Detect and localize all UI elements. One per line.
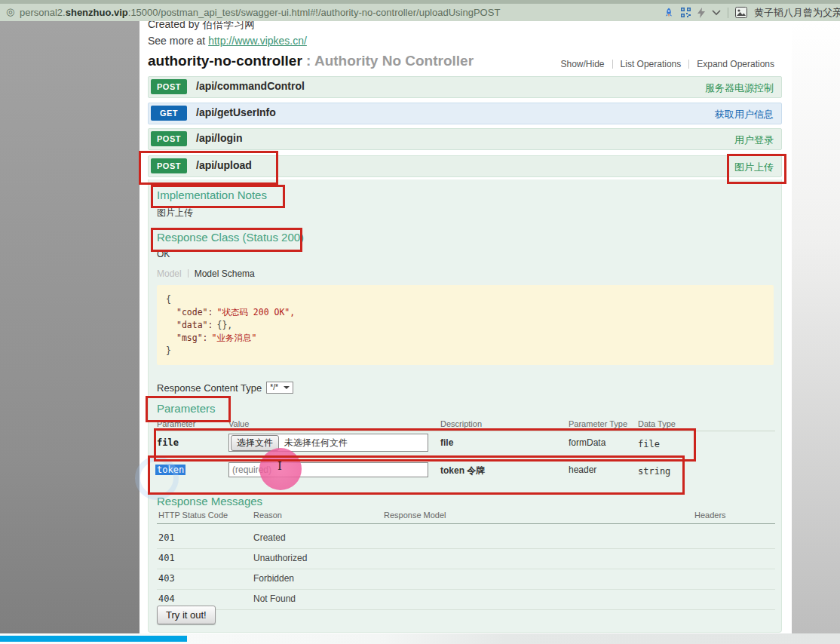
news-headline[interactable]: 黄子韬八月曾为父亲 xyxy=(754,6,840,20)
response-class-heading: Response Class (Status 200) xyxy=(157,231,304,244)
browser-toolbar-right: 黄子韬八月曾为父亲 xyxy=(664,4,840,21)
show-hide-link[interactable]: Show/Hide xyxy=(553,59,612,69)
param-description: token 令牌 xyxy=(440,465,485,477)
param-type: header xyxy=(569,465,596,475)
response-message-row: 403 Forbidden xyxy=(157,569,775,590)
json-value: {}, xyxy=(216,320,232,330)
response-messages-heading: Response Messages xyxy=(157,495,262,508)
response-content-type-label: Response Content Type xyxy=(157,382,262,394)
parameters-heading: Parameters xyxy=(157,402,216,415)
news-thumbnail-icon[interactable] xyxy=(735,7,747,18)
status-code: 403 xyxy=(158,573,175,584)
col-parameter-type: Parameter Type xyxy=(569,419,627,428)
operation-row-upload[interactable]: POST /api/upload 图片上传 xyxy=(148,155,782,177)
operation-path[interactable]: /api/login xyxy=(196,132,242,144)
operation-path[interactable]: /api/commandControl xyxy=(196,80,305,92)
response-content-type-row: Response Content Type */* xyxy=(157,382,293,394)
url-domain: shenzhuo.vip xyxy=(66,7,128,18)
col-value: Value xyxy=(228,419,249,428)
param-data-type: string xyxy=(638,466,670,477)
param-row-token: token token 令牌 header string xyxy=(149,458,781,490)
tab-divider xyxy=(188,269,189,278)
desktop-background: Created by 佰倍学习网 See more at http://www.… xyxy=(0,21,840,644)
flash-icon[interactable] xyxy=(697,8,705,18)
controller-actions: Show/Hide List Operations Expand Operati… xyxy=(553,59,782,69)
method-badge-post: POST xyxy=(151,79,187,94)
status-reason: Not Found xyxy=(253,593,296,604)
implementation-notes-heading: Implementation Notes xyxy=(157,189,267,201)
param-data-type: file xyxy=(638,439,660,449)
controller-name[interactable]: authority-no-controller xyxy=(148,53,302,69)
try-it-out-button[interactable]: Try it out! xyxy=(157,606,216,624)
operation-path[interactable]: /api/upload xyxy=(196,159,252,171)
json-key: "data": xyxy=(176,320,213,330)
operation-row-getUserInfo[interactable]: GET /api/getUserInfo 获取用户信息 xyxy=(148,103,782,124)
operation-row-commandControl[interactable]: POST /api/commandControl 服务器电源控制 xyxy=(148,76,782,98)
response-content-type-select[interactable]: */* xyxy=(266,382,293,394)
status-reason: Unauthorized xyxy=(253,553,307,563)
chevron-down-icon[interactable] xyxy=(712,10,721,16)
param-description: file xyxy=(440,437,453,448)
json-close-brace: } xyxy=(166,345,171,356)
col-data-type: Data Type xyxy=(638,419,676,428)
json-value: "业务消息" xyxy=(212,333,257,343)
url-path: :15000/postman_api_test/swagger-ui.html#… xyxy=(128,7,501,18)
col-parameter: Parameter xyxy=(157,419,195,428)
created-by-text: Created by 佰倍学习网 xyxy=(148,21,255,32)
see-more-link[interactable]: http://www.vipkes.cn/ xyxy=(208,35,307,47)
json-value: "状态码 200 OK", xyxy=(216,307,295,317)
progress-bar xyxy=(0,636,187,642)
status-code: 401 xyxy=(158,553,175,563)
param-name-token: token xyxy=(155,465,185,475)
site-info-icon[interactable]: ◎ xyxy=(6,6,14,17)
operation-summary[interactable]: 用户登录 xyxy=(734,133,774,147)
status-reason: Created xyxy=(253,532,286,543)
file-input[interactable]: 选择文件 未选择任何文件 xyxy=(228,434,428,452)
col-description: Description xyxy=(440,419,482,428)
response-content-type-value: */* xyxy=(270,383,278,391)
operation-summary[interactable]: 获取用户信息 xyxy=(715,108,774,121)
param-name-file: file xyxy=(157,437,179,448)
operation-summary[interactable]: 服务器电源控制 xyxy=(705,81,774,95)
swagger-page: Created by 佰倍学习网 See more at http://www.… xyxy=(139,21,792,633)
status-code: 404 xyxy=(158,593,175,604)
model-schema-json: { "code":"状态码 200 OK", "data":{}, "msg":… xyxy=(157,285,774,365)
rocket-icon[interactable] xyxy=(664,8,674,18)
col-response-model: Response Model xyxy=(384,511,446,520)
expand-operations-link[interactable]: Expand Operations xyxy=(689,59,782,69)
status-reason: Forbidden xyxy=(253,573,294,584)
operation-summary[interactable]: 图片上传 xyxy=(734,161,774,174)
param-row-file: file 选择文件 未选择任何文件 file formData file xyxy=(149,431,781,458)
controller-heading: authority-no-controller : Authority No C… xyxy=(148,53,474,69)
tab-model[interactable]: Model xyxy=(157,268,182,279)
model-tabs: ModelModel Schema xyxy=(157,268,255,279)
browser-address-bar: ◎ personal2.shenzhuo.vip:15000/postman_a… xyxy=(0,4,840,22)
controller-description: Authority No Controller xyxy=(314,53,474,69)
col-headers: Headers xyxy=(694,511,726,520)
see-more-line: See more at http://www.vipkes.cn/ xyxy=(148,35,307,47)
screen: ◎ personal2.shenzhuo.vip:15000/postman_a… xyxy=(0,0,840,644)
status-code: 201 xyxy=(158,532,175,543)
implementation-notes-text: 图片上传 xyxy=(157,207,193,219)
choose-file-button[interactable]: 选择文件 xyxy=(231,435,279,451)
operation-path[interactable]: /api/getUserInfo xyxy=(196,106,276,118)
json-open-brace: { xyxy=(166,294,171,305)
url-bar[interactable]: personal2.shenzhuo.vip:15000/postman_api… xyxy=(20,7,500,18)
response-message-row: 201 Created xyxy=(157,528,775,549)
param-type: formData xyxy=(569,437,605,448)
col-http-status-code: HTTP Status Code xyxy=(158,511,228,520)
json-key: "code": xyxy=(176,307,213,317)
toolbar-divider xyxy=(728,8,728,18)
response-message-row: 401 Unauthorized xyxy=(157,548,775,569)
token-input[interactable] xyxy=(228,462,428,477)
tab-model-schema[interactable]: Model Schema xyxy=(195,268,255,279)
desktop-right-gradient xyxy=(792,21,840,644)
operation-row-login[interactable]: POST /api/login 用户登录 xyxy=(148,128,782,150)
operation-detail-panel: Implementation Notes 图片上传 Response Class… xyxy=(148,179,782,633)
col-reason: Reason xyxy=(253,511,282,520)
see-more-prefix: See more at xyxy=(148,35,208,47)
response-message-row: 404 Not Found xyxy=(157,589,775,610)
controller-separator: : xyxy=(302,53,314,69)
qr-code-icon[interactable] xyxy=(681,8,691,17)
list-operations-link[interactable]: List Operations xyxy=(613,59,689,69)
